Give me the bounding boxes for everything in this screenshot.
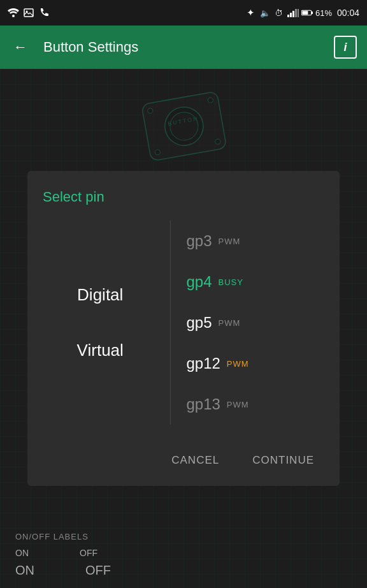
back-button[interactable]: ← [10,39,31,55]
bluetooth-icon: ✦ [245,7,257,18]
pin-name-gp13: gp13 [186,395,220,413]
off-label: OFF [80,548,97,558]
status-icons-right: ✦ 🔈 ⏱ 61% 00:04 [245,7,359,18]
page-title: Button Settings [43,39,321,55]
on-label: ON [15,548,29,558]
pin-item-gp5[interactable]: gp5 PWM [186,311,324,334]
on-off-values-row: ON OFF [15,563,352,578]
dialog-overlay: Select pin Digital Virtual gp3 PWM [0,69,367,588]
pin-item-gp12[interactable]: gp12 PWM [186,352,324,375]
app-bar: ← Button Settings i [0,26,367,69]
battery-icon [301,7,313,18]
main-content: BUTTON Select pin Digital Virtual gp3 PW… [0,69,367,588]
continue-button[interactable]: CONTINUE [242,448,324,473]
pin-item-gp3[interactable]: gp3 PWM [186,230,324,253]
svg-rect-5 [292,11,294,17]
svg-rect-4 [290,13,292,17]
pin-badge-gp3: PWM [219,237,241,246]
pin-name-gp12: gp12 [186,355,220,372]
mute-icon: 🔈 [259,7,271,18]
clock: 00:04 [337,8,359,18]
pin-badge-gp12: PWM [227,359,249,369]
svg-rect-6 [295,9,297,17]
pin-name-gp5: gp5 [186,314,212,332]
pin-badge-gp5: PWM [219,318,241,328]
on-off-row: ON OFF [15,548,352,558]
category-virtual[interactable]: Virtual [43,335,157,365]
category-digital[interactable]: Digital [43,280,157,310]
on-off-labels-heading: ON/OFF LABELS [15,532,352,541]
svg-rect-3 [287,15,289,17]
pin-item-gp13[interactable]: gp13 PWM [186,393,324,416]
off-value: OFF [85,563,111,578]
dialog-buttons: CANCEL CONTINUE [43,443,324,473]
bottom-labels: ON/OFF LABELS ON OFF ON OFF [0,522,367,588]
dialog-title: Select pin [43,189,324,205]
status-icons-left [8,7,50,18]
cancel-button[interactable]: CANCEL [161,448,229,473]
pin-item-gp4[interactable]: gp4 BUSY [186,270,324,293]
info-button[interactable]: i [334,36,357,59]
svg-rect-7 [298,9,299,17]
svg-rect-10 [302,11,308,15]
pin-name-gp4: gp4 [186,273,212,291]
pin-badge-gp4: BUSY [219,277,243,287]
battery-percent: 61% [315,8,332,18]
svg-point-0 [12,15,15,17]
image-icon [23,7,34,18]
phone-icon [38,7,50,18]
wifi-icon [8,7,19,18]
pin-name-gp3: gp3 [186,232,212,250]
alarm-icon: ⏱ [273,7,285,18]
dialog-content: Digital Virtual gp3 PWM gp4 BUSY [43,221,324,425]
svg-rect-1 [24,9,33,17]
svg-rect-9 [312,11,313,14]
on-value: ON [15,563,34,578]
pin-categories: Digital Virtual [43,221,171,425]
pin-badge-gp13: PWM [227,400,249,409]
pin-list: gp3 PWM gp4 BUSY gp5 PWM gp12 [171,221,324,425]
signal-icon [287,7,299,18]
status-bar: ✦ 🔈 ⏱ 61% 00:04 [0,0,367,26]
select-pin-dialog: Select pin Digital Virtual gp3 PWM [27,171,340,486]
